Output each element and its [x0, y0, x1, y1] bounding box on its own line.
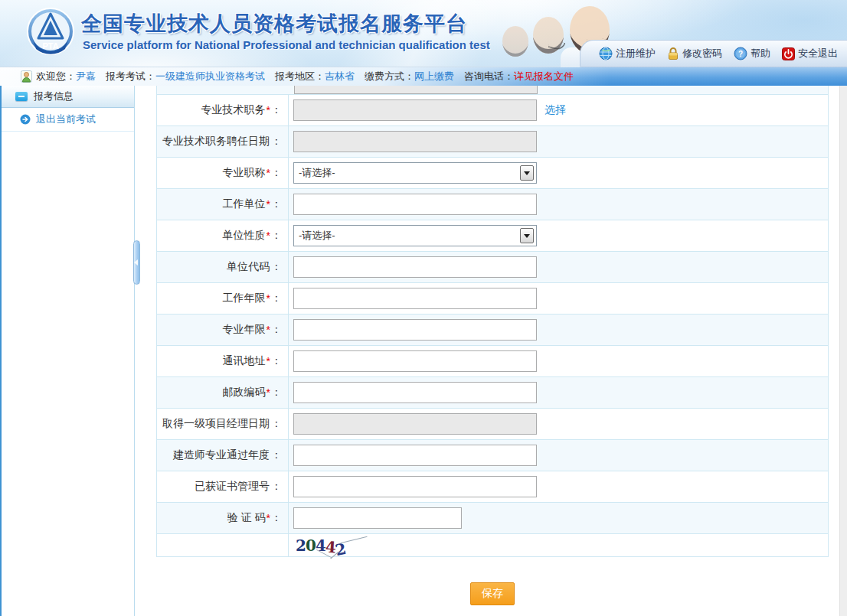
payment-label: 缴费方式：	[365, 70, 414, 82]
help-icon: ?	[734, 47, 747, 60]
field-label: 专业技术职务聘任日期：	[157, 126, 289, 157]
table-row-work-years: 工作年限*：	[157, 283, 828, 315]
chevron-down-icon[interactable]	[520, 165, 534, 181]
exam-name-link: 一级建造师执业资格考试	[155, 70, 265, 82]
region-link: 吉林省	[325, 70, 355, 82]
phone-notice: 详见报名文件	[514, 70, 574, 82]
clipped-table-row	[157, 86, 828, 95]
post-hire-date-input	[293, 131, 537, 152]
sidebar-section-registration-info[interactable]: 报考信息	[2, 86, 134, 108]
professional-title-select[interactable]: -请选择-	[293, 162, 537, 184]
page-subtitle: Service platform for National Profession…	[83, 38, 490, 51]
payment-link: 网上缴费	[414, 70, 454, 82]
unit-code-input[interactable]	[293, 256, 537, 278]
postal-code-input[interactable]	[293, 382, 537, 403]
welcome-label: 欢迎您：	[36, 70, 76, 82]
user-avatar-icon	[21, 70, 32, 83]
field-label: 专业职称*：	[157, 158, 289, 188]
user-name-link: 尹嘉	[76, 70, 96, 82]
welcome-exam: 报考考试：一级建造师执业资格考试	[106, 70, 265, 83]
work-years-input[interactable]	[293, 288, 537, 309]
captcha-image-row: 2 0 4 4 2	[157, 534, 828, 557]
power-icon	[782, 47, 795, 60]
exam-label: 报考考试：	[106, 70, 155, 82]
svg-text:PTA: PTA	[42, 41, 58, 51]
page-title: 全国专业技术人员资格考试报名服务平台	[81, 10, 467, 37]
project-manager-date-input	[293, 413, 537, 435]
professional-years-input[interactable]	[293, 319, 537, 341]
region-label: 报考地区：	[275, 70, 325, 82]
site-header: PTA 全国专业技术人员资格考试报名服务平台 Service platform …	[0, 0, 847, 67]
sidebar-item-exit-current-exam[interactable]: 退出当前考试	[2, 108, 134, 132]
certificate-number-input[interactable]	[293, 476, 537, 497]
top-toolbar: 注册维护 修改密码 ? 帮助 安全退出	[580, 40, 847, 67]
pta-logo: PTA	[26, 7, 75, 56]
vertical-scrollbar[interactable]	[839, 86, 847, 616]
sidebar-item-label: 退出当前考试	[36, 112, 96, 126]
toolbar-label: 注册维护	[616, 47, 656, 60]
table-row-certificate-number: 已获证书管理号：	[157, 471, 828, 503]
table-row-post-hire-date: 专业技术职务聘任日期：	[157, 126, 828, 158]
safe-logout-button[interactable]: 安全退出	[782, 47, 838, 60]
unit-type-select[interactable]: -请选择-	[293, 225, 537, 246]
globe-icon	[599, 47, 613, 60]
clipped-disabled-input	[294, 86, 538, 94]
svg-text:?: ?	[738, 50, 743, 58]
help-button[interactable]: ? 帮助	[734, 47, 770, 60]
welcome-phone: 咨询电话：详见报名文件	[464, 70, 574, 83]
table-row-builder-pass-year: 建造师专业通过年度：	[157, 440, 828, 471]
select-value: -请选择-	[299, 166, 335, 180]
table-row-work-unit: 工作单位*：	[157, 189, 828, 220]
lock-icon	[667, 47, 679, 60]
mailing-address-input[interactable]	[293, 350, 537, 372]
sidebar: 报考信息 退出当前考试	[2, 86, 135, 616]
field-label: 验 证 码*：	[157, 503, 289, 533]
form-footer: 保存	[156, 582, 829, 605]
register-maintain-button[interactable]: 注册维护	[599, 47, 656, 60]
table-row-professional-title: 专业职称*： -请选择-	[157, 158, 828, 189]
work-unit-input[interactable]	[293, 194, 537, 215]
builder-pass-year-input[interactable]	[293, 445, 537, 466]
field-label: 取得一级项目经理日期：	[157, 409, 289, 439]
table-row-mailing-address: 通讯地址*：	[157, 346, 828, 377]
field-label: 邮政编码*：	[157, 377, 289, 408]
table-row-captcha: 验 证 码*：	[157, 503, 828, 534]
welcome-bar: 欢迎您：尹嘉 报考考试：一级建造师执业资格考试 报考地区：吉林省 缴费方式：网上…	[0, 67, 847, 86]
chevron-down-icon[interactable]	[520, 228, 534, 243]
registration-form-table: 专业技术职务*： 选择 专业技术职务聘任日期： 专业职称*： -请选择- 工作单…	[156, 86, 829, 557]
captcha-noise-line	[340, 536, 367, 544]
field-label: 工作年限*：	[157, 283, 289, 314]
sidebar-collapse-handle[interactable]	[133, 240, 140, 285]
phone-label: 咨询电话：	[464, 70, 514, 82]
captcha-digit: 0	[306, 536, 316, 555]
select-value: -请选择-	[299, 229, 335, 243]
field-label: 已获证书管理号：	[157, 471, 289, 502]
welcome-user: 欢迎您：尹嘉	[36, 70, 96, 83]
table-row-professional-post: 专业技术职务*： 选择	[157, 95, 828, 126]
collapse-minus-icon	[15, 92, 28, 101]
table-row-professional-years: 专业年限*：	[157, 315, 828, 346]
change-password-button[interactable]: 修改密码	[667, 47, 722, 60]
toolbar-label: 帮助	[751, 47, 770, 60]
toolbar-label: 安全退出	[798, 47, 838, 60]
choose-link[interactable]: 选择	[544, 103, 566, 117]
field-label: 建造师专业通过年度：	[157, 440, 289, 471]
captcha-image[interactable]: 2 0 4 4 2	[296, 534, 345, 556]
save-button[interactable]: 保存	[470, 582, 515, 605]
field-label: 单位代码：	[157, 252, 289, 282]
empty-label-cell	[157, 534, 289, 556]
cs-agent-figure	[502, 26, 528, 57]
field-label: 工作单位*：	[157, 189, 289, 220]
welcome-region: 报考地区：吉林省	[275, 70, 355, 83]
table-row-unit-type: 单位性质*： -请选择-	[157, 220, 828, 252]
table-row-project-manager-date: 取得一级项目经理日期：	[157, 409, 828, 440]
field-label: 专业技术职务*：	[157, 95, 289, 125]
table-row-unit-code: 单位代码：	[157, 252, 828, 283]
professional-post-input	[293, 99, 537, 121]
field-label: 专业年限*：	[157, 315, 289, 345]
field-label: 通讯地址*：	[157, 346, 289, 376]
field-label: 单位性质*：	[157, 220, 289, 251]
captcha-input[interactable]	[293, 507, 462, 529]
arrow-circle-icon	[20, 114, 31, 125]
pta-logo-icon: PTA	[26, 7, 75, 56]
